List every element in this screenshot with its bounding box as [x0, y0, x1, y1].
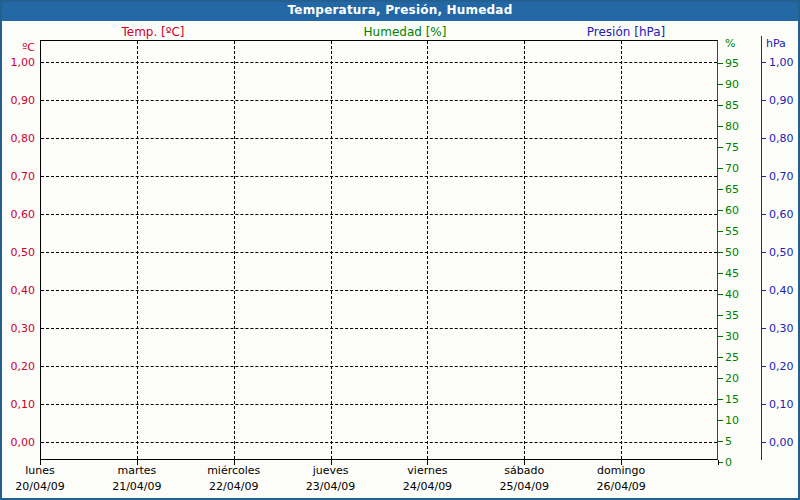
x-axis-date-label: 24/04/09 [403, 480, 452, 493]
x-axis-day-label: jueves [313, 464, 349, 477]
humidity-axis-tick-label: 95 [725, 56, 739, 69]
humidity-axis-tick [718, 420, 723, 421]
humidity-axis-tick-label: 20 [725, 371, 739, 384]
temp-axis-tick-label: 1,00 [0, 56, 35, 69]
humidity-axis-tick [718, 231, 723, 232]
pressure-axis-tick-label: 0,00 [769, 436, 794, 449]
x-axis-tick [718, 460, 719, 465]
pressure-axis-tick [761, 328, 766, 329]
humidity-axis-tick-label: 60 [725, 203, 739, 216]
temp-axis-tick-label: 0,20 [0, 360, 35, 373]
humidity-axis-tick [718, 441, 723, 442]
temp-axis-tick-label: 0,90 [0, 94, 35, 107]
humidity-axis-tick-label: 0 [725, 455, 732, 468]
pressure-axis-tick-label: 1,00 [769, 56, 794, 69]
humidity-axis-tick [718, 252, 723, 253]
temp-axis-tick-label: 0,50 [0, 246, 35, 259]
humidity-axis-tick-label: 5 [725, 434, 732, 447]
x-axis-day-label: viernes [407, 464, 447, 477]
weather-chart-panel: Temperatura, Presión, Humedad Temp. [ºC]… [0, 0, 800, 500]
temp-axis-unit-label: ºC [0, 41, 35, 54]
humidity-axis-tick-label: 80 [725, 119, 739, 132]
pressure-axis-tick [761, 100, 766, 101]
pressure-axis-tick [761, 366, 766, 367]
temp-axis-tick-label: 0,30 [0, 322, 35, 335]
humidity-axis-tick [718, 357, 723, 358]
pressure-axis-tick-label: 0,50 [769, 246, 794, 259]
pressure-axis-tick-label: 0,60 [769, 208, 794, 221]
humidity-axis-tick [718, 210, 723, 211]
legend-humidity: Humedad [%] [364, 25, 447, 39]
legend-pressure: Presión [hPa] [587, 25, 665, 39]
humidity-axis-tick-label: 50 [725, 245, 739, 258]
humidity-axis-tick [718, 399, 723, 400]
humidity-axis-tick [718, 378, 723, 379]
pressure-axis-tick-label: 0,90 [769, 94, 794, 107]
humidity-axis-tick [718, 336, 723, 337]
x-axis-date-label: 26/04/09 [596, 480, 645, 493]
pressure-axis-tick-label: 0,20 [769, 360, 794, 373]
x-axis-day-label: martes [117, 464, 156, 477]
pressure-axis-tick-label: 0,70 [769, 170, 794, 183]
pressure-axis-unit-label: hPa [766, 37, 786, 50]
pressure-axis-tick [761, 404, 766, 405]
pressure-axis-tick [761, 252, 766, 253]
humidity-axis-tick-label: 90 [725, 77, 739, 90]
pressure-axis-tick-label: 0,80 [769, 132, 794, 145]
temp-axis-tick-label: 0,80 [0, 132, 35, 145]
humidity-axis-unit-label: % [725, 37, 735, 50]
pressure-axis-tick [761, 290, 766, 291]
humidity-axis-tick [718, 294, 723, 295]
x-axis-day-label: domingo [597, 464, 645, 477]
humidity-axis-tick [718, 147, 723, 148]
pressure-axis-tick [761, 214, 766, 215]
x-axis-day-label: lunes [25, 464, 55, 477]
humidity-axis-tick-label: 85 [725, 98, 739, 111]
humidity-axis-tick-label: 15 [725, 392, 739, 405]
humidity-axis-tick [718, 189, 723, 190]
temp-axis-tick-label: 0,70 [0, 170, 35, 183]
humidity-axis-tick-label: 55 [725, 224, 739, 237]
pressure-axis-tick [761, 138, 766, 139]
chart-title: Temperatura, Presión, Humedad [0, 0, 800, 21]
humidity-axis-tick-label: 75 [725, 140, 739, 153]
pressure-axis-tick-label: 0,40 [769, 284, 794, 297]
pressure-axis-tick-label: 0,30 [769, 322, 794, 335]
humidity-axis-tick-label: 70 [725, 161, 739, 174]
x-axis-day-label: sábado [504, 464, 544, 477]
humidity-axis-tick [718, 84, 723, 85]
x-axis-date-label: 21/04/09 [112, 480, 161, 493]
temp-axis-tick-label: 0,00 [0, 436, 35, 449]
humidity-axis-tick [718, 63, 723, 64]
humidity-axis-tick [718, 315, 723, 316]
x-axis-date-label: 23/04/09 [306, 480, 355, 493]
title-bar: Temperatura, Presión, Humedad [0, 0, 800, 21]
humidity-axis-tick-label: 35 [725, 308, 739, 321]
humidity-axis-tick-label: 45 [725, 266, 739, 279]
humidity-axis-tick-label: 10 [725, 413, 739, 426]
humidity-axis-tick [718, 273, 723, 274]
x-axis-date-label: 22/04/09 [209, 480, 258, 493]
x-axis-date-label: 25/04/09 [500, 480, 549, 493]
humidity-axis-tick [718, 168, 723, 169]
legend-temperature: Temp. [ºC] [121, 25, 184, 39]
humidity-axis-tick-label: 65 [725, 182, 739, 195]
temp-axis-tick-label: 0,10 [0, 398, 35, 411]
humidity-axis-tick [718, 105, 723, 106]
plot-area [40, 40, 718, 460]
humidity-axis-tick-label: 25 [725, 350, 739, 363]
humidity-axis-tick [718, 126, 723, 127]
pressure-axis-tick [761, 176, 766, 177]
temp-axis-tick-label: 0,60 [0, 208, 35, 221]
pressure-axis-tick [761, 62, 766, 63]
temp-axis-tick-label: 0,40 [0, 284, 35, 297]
x-axis-date-label: 20/04/09 [15, 480, 64, 493]
pressure-axis-tick [761, 442, 766, 443]
humidity-axis-tick-label: 30 [725, 329, 739, 342]
pressure-axis-tick-label: 0,10 [769, 398, 794, 411]
x-axis-day-label: miércoles [207, 464, 260, 477]
humidity-axis-tick-label: 40 [725, 287, 739, 300]
